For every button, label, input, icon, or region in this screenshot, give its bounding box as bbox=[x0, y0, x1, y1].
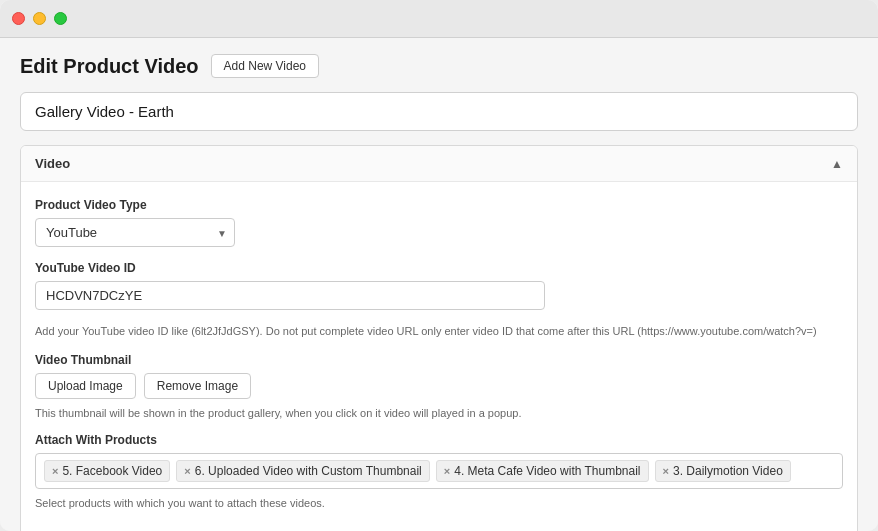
app-window: Edit Product Video Add New Video Gallery… bbox=[0, 0, 878, 531]
youtube-helper-text: Add your YouTube video ID like (6lt2JfJd… bbox=[35, 324, 843, 339]
youtube-video-id-label: YouTube Video ID bbox=[35, 261, 843, 275]
video-thumbnail-group: Video Thumbnail Upload Image Remove Imag… bbox=[35, 353, 843, 419]
minimize-button[interactable] bbox=[33, 12, 46, 25]
video-thumbnail-label: Video Thumbnail bbox=[35, 353, 843, 367]
attach-with-products-label: Attach With Products bbox=[35, 433, 843, 447]
section-title: Video bbox=[35, 156, 70, 171]
attach-with-products-group: Attach With Products × 5. Facebook Video… bbox=[35, 433, 843, 509]
tag-facebook-video: × 5. Facebook Video bbox=[44, 460, 170, 482]
tag-metacafe-video: × 4. Meta Cafe Video with Thumbnail bbox=[436, 460, 649, 482]
tag-label-dailymotion: 3. Dailymotion Video bbox=[673, 464, 783, 478]
tag-remove-uploaded[interactable]: × bbox=[184, 465, 190, 477]
video-section-card: Video ▲ Product Video Type YouTube Vimeo… bbox=[20, 145, 858, 531]
thumbnail-buttons: Upload Image Remove Image bbox=[35, 373, 843, 399]
tag-remove-facebook[interactable]: × bbox=[52, 465, 58, 477]
youtube-video-id-input[interactable] bbox=[35, 281, 545, 310]
tag-label-facebook: 5. Facebook Video bbox=[62, 464, 162, 478]
tag-uploaded-video: × 6. Uploaded Video with Custom Thumbnai… bbox=[176, 460, 429, 482]
select-wrapper: YouTube Vimeo Facebook Video Uploaded Vi… bbox=[35, 218, 235, 247]
main-content: Edit Product Video Add New Video Gallery… bbox=[0, 38, 878, 531]
upload-image-button[interactable]: Upload Image bbox=[35, 373, 136, 399]
tag-label-uploaded: 6. Uploaded Video with Custom Thumbnail bbox=[195, 464, 422, 478]
section-header: Video ▲ bbox=[21, 146, 857, 182]
add-new-video-button[interactable]: Add New Video bbox=[211, 54, 320, 78]
fullscreen-button[interactable] bbox=[54, 12, 67, 25]
product-video-type-select[interactable]: YouTube Vimeo Facebook Video Uploaded Vi… bbox=[35, 218, 235, 247]
tag-remove-metacafe[interactable]: × bbox=[444, 465, 450, 477]
page-title: Edit Product Video bbox=[20, 55, 199, 78]
collapse-icon[interactable]: ▲ bbox=[831, 157, 843, 171]
tags-container[interactable]: × 5. Facebook Video × 6. Uploaded Video … bbox=[35, 453, 843, 489]
title-bar bbox=[0, 0, 878, 38]
product-video-type-group: Product Video Type YouTube Vimeo Faceboo… bbox=[35, 198, 843, 247]
select-products-helper: Select products with which you want to a… bbox=[35, 497, 843, 509]
product-video-type-label: Product Video Type bbox=[35, 198, 843, 212]
tag-label-metacafe: 4. Meta Cafe Video with Thumbnail bbox=[454, 464, 640, 478]
tag-remove-dailymotion[interactable]: × bbox=[663, 465, 669, 477]
tag-dailymotion-video: × 3. Dailymotion Video bbox=[655, 460, 791, 482]
remove-image-button[interactable]: Remove Image bbox=[144, 373, 251, 399]
gallery-title: Gallery Video - Earth bbox=[20, 92, 858, 131]
page-header: Edit Product Video Add New Video bbox=[20, 54, 858, 78]
close-button[interactable] bbox=[12, 12, 25, 25]
section-body: Product Video Type YouTube Vimeo Faceboo… bbox=[21, 182, 857, 531]
thumbnail-helper-text: This thumbnail will be shown in the prod… bbox=[35, 407, 843, 419]
youtube-video-id-group: YouTube Video ID bbox=[35, 261, 843, 310]
